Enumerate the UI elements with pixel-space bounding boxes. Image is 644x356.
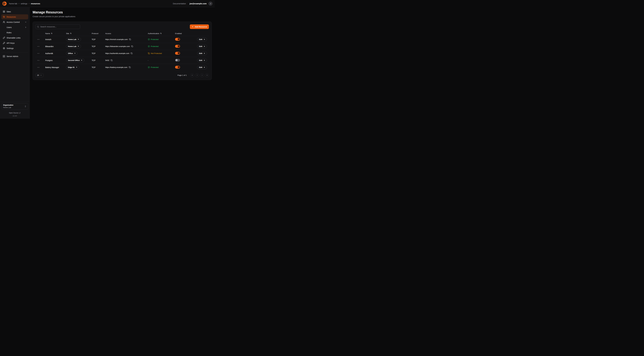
app-root: home-lab > settings > resources Document… xyxy=(0,0,215,119)
header-name: Name xyxy=(45,32,50,34)
row-actions-button[interactable]: ⋯ xyxy=(36,66,40,69)
site-name: Home Lab xyxy=(68,45,76,48)
enabled-toggle[interactable] xyxy=(175,45,180,48)
edit-label: Edit xyxy=(199,45,202,48)
user-email[interactable]: joe@example.com xyxy=(190,2,206,5)
auth-status: Protected xyxy=(148,66,175,68)
resource-access-url[interactable]: https://battery.example.com xyxy=(105,66,128,68)
site-link-button[interactable]: Edge 01 xyxy=(66,65,79,69)
header-access: Access xyxy=(105,32,111,34)
sidebar-divider xyxy=(2,52,28,52)
shield-check-icon xyxy=(148,45,150,48)
auth-status: Protected xyxy=(148,38,175,40)
edit-button[interactable]: Edit xyxy=(197,52,207,55)
sort-icon[interactable]: ⇅ xyxy=(160,32,162,34)
table-row: ⋯ Battery Manager Edge 01 TCP https://ba… xyxy=(36,64,209,71)
copy-icon[interactable] xyxy=(129,66,131,68)
sidebar-item-server-admin[interactable]: Server Admin xyxy=(1,54,28,59)
header-enabled: Enabled xyxy=(175,32,182,34)
copy-icon[interactable] xyxy=(131,45,133,48)
row-actions-button[interactable]: ⋯ xyxy=(36,38,40,41)
waypoints-icon xyxy=(3,16,5,18)
edit-button[interactable]: Edit xyxy=(197,38,207,41)
enabled-toggle[interactable] xyxy=(175,66,180,68)
copy-icon[interactable] xyxy=(131,52,133,54)
site-link-button[interactable]: Home Lab xyxy=(66,44,81,48)
first-page-button[interactable] xyxy=(190,74,194,77)
next-page-button[interactable] xyxy=(200,74,204,77)
sidebar-item-label: Sites xyxy=(6,10,11,13)
grid-icon xyxy=(3,10,5,13)
chevrons-up-down-icon xyxy=(24,106,26,108)
add-resource-label: Add Resource xyxy=(195,26,207,28)
edit-button[interactable]: Edit xyxy=(197,65,207,69)
site-name: Edge 01 xyxy=(68,66,75,68)
sidebar-item-users[interactable]: Users xyxy=(1,25,28,30)
site-name: Home Lab xyxy=(68,38,76,40)
shield-off-icon xyxy=(148,52,150,54)
sidebar-item-resources[interactable]: Resources xyxy=(1,14,28,19)
pagination-controls xyxy=(190,74,209,77)
main-content: Manage Resources Create secure proxies t… xyxy=(30,7,215,119)
sidebar-item-sites[interactable]: Sites xyxy=(1,9,28,14)
app-logo-icon[interactable] xyxy=(2,1,7,6)
arrow-right-icon xyxy=(204,66,205,68)
breadcrumb-separator: > xyxy=(28,2,30,4)
enabled-toggle[interactable] xyxy=(175,38,180,41)
resource-protocol: TCP xyxy=(92,66,105,68)
row-actions-button[interactable]: ⋯ xyxy=(36,45,40,48)
row-actions-button[interactable]: ⋯ xyxy=(36,52,40,55)
sidebar-item-access-control[interactable]: Access Control xyxy=(1,20,28,24)
site-link-button[interactable]: Office xyxy=(66,52,78,55)
chevron-down-icon xyxy=(40,74,42,76)
previous-page-button[interactable] xyxy=(195,74,199,77)
sort-icon[interactable]: ⇅ xyxy=(51,32,52,34)
auth-status-label: Protected xyxy=(151,38,158,40)
auth-status-label: Protected xyxy=(151,45,158,48)
last-page-button[interactable] xyxy=(205,74,209,77)
arrow-right-icon xyxy=(204,46,205,47)
site-name: Second Office xyxy=(68,59,80,61)
sidebar-item-settings[interactable]: Settings xyxy=(1,46,28,51)
sidebar-divider xyxy=(0,101,30,102)
sidebar-item-roles[interactable]: Roles xyxy=(1,30,28,35)
open-source-link[interactable]: Open Source xyxy=(1,112,28,114)
resource-access-url[interactable]: https://bitwarden.example.com xyxy=(105,45,130,48)
add-resource-button[interactable]: Add Resource xyxy=(190,24,209,29)
resource-access-url[interactable]: https://immich.example.com xyxy=(105,38,128,40)
link-icon xyxy=(3,37,5,39)
copy-icon[interactable] xyxy=(110,59,113,61)
plus-icon xyxy=(192,26,194,28)
resource-access-url[interactable]: https://authentik.example.com xyxy=(105,52,129,54)
shield-check-icon xyxy=(148,66,150,68)
page-title: Manage Resources xyxy=(32,10,212,14)
breadcrumb-org[interactable]: home-lab xyxy=(9,2,17,5)
sidebar-item-api-keys[interactable]: API Keys xyxy=(1,40,28,46)
search-icon xyxy=(37,26,39,28)
resource-access-port[interactable]: 5432 xyxy=(105,59,109,61)
resource-name: Postgres xyxy=(45,59,66,62)
edit-button[interactable]: Edit xyxy=(197,58,207,62)
documentation-link[interactable]: Documentation xyxy=(173,2,186,5)
breadcrumb-settings[interactable]: settings xyxy=(21,2,28,5)
copy-icon[interactable] xyxy=(129,38,131,40)
resources-panel: Add Resource Name⇅ Site⇅ Protocol Access… xyxy=(32,22,212,80)
avatar[interactable]: J xyxy=(208,2,212,6)
chevrons-left-icon xyxy=(191,74,193,76)
sort-icon[interactable]: ⇅ xyxy=(70,32,72,34)
auth-status: Not Protected xyxy=(148,52,175,54)
enabled-toggle[interactable] xyxy=(175,52,180,55)
row-actions-button[interactable]: ⋯ xyxy=(36,59,40,62)
site-link-button[interactable]: Second Office xyxy=(66,58,84,62)
search-input[interactable] xyxy=(40,26,78,28)
sidebar-item-shareable-links[interactable]: Shareable Links xyxy=(1,35,28,40)
enabled-toggle[interactable] xyxy=(175,59,180,62)
edit-button[interactable]: Edit xyxy=(197,44,207,48)
organization-selector[interactable]: Organization Home Lab xyxy=(1,103,28,110)
site-link-button[interactable]: Home Lab xyxy=(66,38,81,41)
breadcrumb-separator: > xyxy=(18,2,20,4)
breadcrumb-resources: resources xyxy=(31,2,40,5)
page-size-select[interactable]: 20 xyxy=(36,73,44,77)
table-row: ⋯ Authentik Office TCP https://authentik… xyxy=(36,50,209,57)
chevron-right-icon xyxy=(201,74,203,76)
